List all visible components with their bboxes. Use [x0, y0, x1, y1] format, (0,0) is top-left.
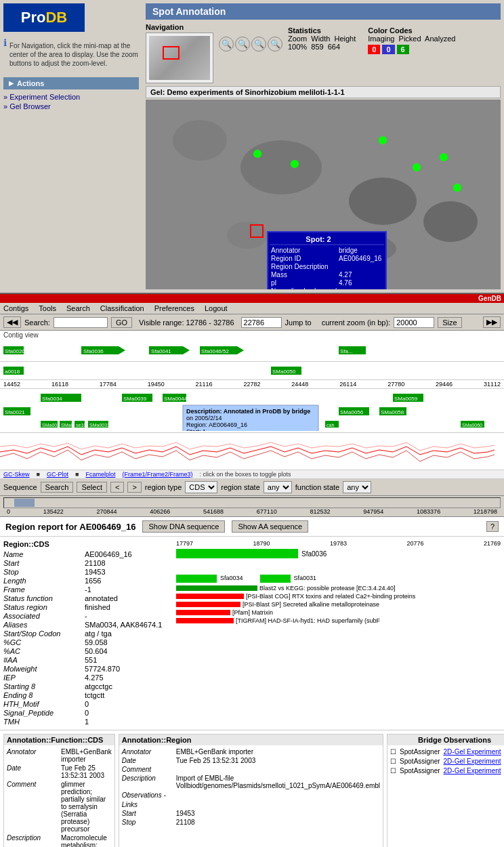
- region-type-select[interactable]: CDS: [185, 481, 217, 493]
- info-icon: ℹ: [3, 37, 7, 48]
- gt-btn[interactable]: >: [127, 482, 141, 493]
- zoom-fit-btn[interactable]: 🔍: [251, 37, 266, 51]
- stats-values: 100% 859 664: [288, 43, 356, 51]
- zoom-out-btn[interactable]: 🔍: [235, 37, 250, 51]
- picked-label: Picked: [399, 35, 421, 43]
- svg-point-14: [453, 184, 461, 192]
- af-comment-value: glimmer prediction; partially similar to…: [61, 781, 112, 833]
- svg-text:Region ID: Region ID: [271, 255, 301, 262]
- region-cds-label: Region::CDS: [3, 540, 173, 548]
- tools-menu[interactable]: Tools: [39, 304, 56, 312]
- bridge-checkbox-2[interactable]: ☐: [390, 767, 396, 774]
- svg-point-10: [291, 160, 299, 168]
- size-button[interactable]: Size: [438, 317, 461, 328]
- zoom-reset-btn[interactable]: 🔍: [268, 37, 282, 51]
- ar-desc-value: Import of EMBL-file Vollbiodt/genomes/Pl…: [176, 774, 380, 789]
- blast-label-4: [Pfam] Matrixin: [232, 609, 273, 616]
- svg-point-12: [413, 163, 421, 171]
- preferences-menu[interactable]: Preferences: [154, 304, 194, 312]
- gel-browser-link[interactable]: Gel Browser: [3, 102, 139, 111]
- svg-text:Mass: Mass: [271, 271, 287, 278]
- search-sequence-btn[interactable]: Search: [41, 482, 74, 493]
- gel-image[interactable]: Spot: 2 Annotator bridge Region ID AE006…: [146, 100, 501, 289]
- jump-input[interactable]: [241, 317, 282, 328]
- search-menu[interactable]: Search: [66, 304, 90, 312]
- height-label: Height: [335, 35, 356, 43]
- gc-plot-label[interactable]: GC-Plot: [47, 471, 68, 478]
- region-state-select[interactable]: any: [264, 481, 292, 493]
- nav-positions: 0 135422 270844 406266 541688 677110 812…: [3, 508, 501, 515]
- prev-nav-btn[interactable]: ◀◀: [3, 316, 21, 328]
- select-sequence-btn[interactable]: Select: [77, 482, 107, 493]
- bridge-annotator-2: SpotAssigner: [400, 767, 440, 774]
- status-func-value: annotated: [85, 594, 173, 602]
- next-nav-btn[interactable]: ▶▶: [483, 316, 501, 328]
- logout-menu[interactable]: Logout: [205, 304, 228, 312]
- region-type-label: region type: [145, 483, 182, 491]
- classification-menu[interactable]: Classification: [100, 304, 144, 312]
- scale-9: 29446: [436, 381, 453, 388]
- svg-text:Region Description: Region Description: [271, 263, 329, 270]
- bridge-row-2: ☐ SpotAssigner 2D-Gel Experiment: [390, 767, 504, 774]
- annot-region-box: Annotation::Region Annotator EMBL+GenBan…: [119, 734, 383, 847]
- bridge-checkbox-0[interactable]: ☐: [390, 748, 396, 756]
- status-region-label: Status region: [3, 603, 85, 611]
- zoom-in-btn[interactable]: 🔍: [219, 37, 234, 51]
- stop-label: Stop: [3, 568, 85, 576]
- stop-value: 19453: [85, 568, 173, 576]
- experiment-selection-link[interactable]: Experiment Selection: [3, 92, 139, 102]
- start-value: 21108: [85, 559, 173, 567]
- imaging-count: 0: [368, 45, 380, 54]
- go-button[interactable]: GO: [111, 317, 132, 328]
- ar-start-value: 19453: [176, 810, 380, 817]
- ar-stop-value: 21108: [176, 819, 380, 826]
- svg-text:Sfa0036: Sfa0036: [83, 348, 104, 354]
- signal-label: Signal_Peptide: [3, 709, 85, 717]
- svg-point-3: [240, 140, 322, 194]
- nav-hint: For Navigation, click the mini-map at th…: [9, 41, 139, 68]
- frame-label[interactable]: (Frame1/Frame2/Frame3): [122, 471, 192, 478]
- region-content: Region::CDS NameAE006469_16 Start21108 S…: [0, 537, 504, 730]
- svg-text:Sfa0020: Sfa0020: [5, 348, 25, 354]
- gel-title: Gel: Demo experiments of Sinorhizobium m…: [146, 86, 501, 98]
- bridge-link-1[interactable]: 2D-Gel Experiment: [444, 758, 501, 765]
- show-dna-btn[interactable]: Show DNA sequence: [142, 520, 225, 533]
- fcamelplot-label[interactable]: Fcamelplot: [85, 471, 115, 478]
- sfa0034-small: [176, 575, 217, 583]
- scale-10: 31112: [484, 381, 501, 388]
- bridge-observations-box: Bridge Observations ☐ SpotAssigner 2D-Ge…: [387, 734, 504, 847]
- lt-btn[interactable]: <: [110, 482, 124, 493]
- minimap[interactable]: [146, 33, 213, 83]
- scale-0: 14452: [3, 381, 20, 388]
- bridge-checkbox-1[interactable]: ☐: [390, 758, 396, 765]
- zoom-value-input[interactable]: [394, 317, 434, 328]
- bridge-link-0[interactable]: 2D-Gel Experiment: [444, 748, 501, 756]
- status-func-label: Status function: [3, 594, 85, 602]
- scale-bar: 14452 16118 17784 19450 21116 22782 2444…: [0, 380, 504, 389]
- starting8-label: Starting 8: [3, 682, 85, 690]
- nav-pos-3: 406266: [150, 508, 170, 515]
- ar-date-value: Tue Feb 25 13:52:31 2003: [176, 757, 380, 764]
- region-state-label: region state: [221, 483, 259, 491]
- bridge-link-2[interactable]: 2D-Gel Experiment: [444, 767, 501, 774]
- ar-annotator-label: Annotator: [122, 748, 176, 756]
- tmh-value: 1: [85, 718, 173, 726]
- contigs-menu[interactable]: Contigs: [3, 304, 28, 312]
- blast-bar-4: [176, 610, 230, 615]
- region-spacer: [176, 562, 501, 573]
- status-region-value: finished: [85, 603, 173, 611]
- analyzed-count: 6: [397, 45, 409, 54]
- svg-point-7: [423, 201, 478, 242]
- nav-full-bar[interactable]: [3, 497, 501, 508]
- gc-plot: [0, 433, 495, 470]
- gc-skew-label[interactable]: GC-Skew: [3, 471, 30, 478]
- region-left-panel: Region::CDS NameAE006469_16 Start21108 S…: [3, 540, 173, 726]
- show-aa-btn[interactable]: Show AA sequence: [232, 520, 308, 533]
- nav-pos-7: 947954: [363, 508, 383, 515]
- svg-text:4.27: 4.27: [339, 271, 352, 278]
- svg-rect-79: [0, 433, 495, 470]
- help-button[interactable]: ?: [486, 521, 499, 532]
- svg-text:SMa0058: SMa0058: [381, 409, 404, 415]
- search-input[interactable]: [54, 317, 108, 328]
- function-state-select[interactable]: any: [343, 481, 371, 493]
